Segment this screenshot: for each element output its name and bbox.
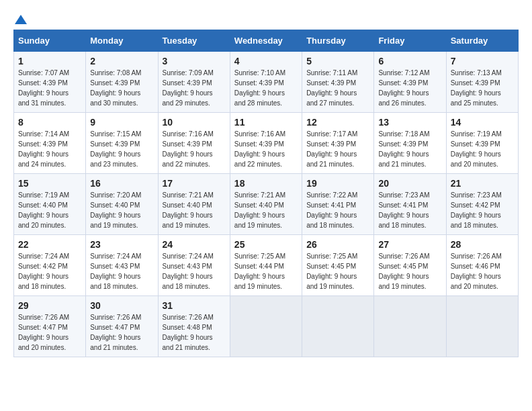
logo-icon — [15, 13, 27, 26]
calendar-cell: 2 Sunrise: 7:08 AMSunset: 4:39 PMDayligh… — [86, 52, 158, 113]
calendar-cell: 27 Sunrise: 7:26 AMSunset: 4:45 PMDaylig… — [374, 235, 446, 296]
calendar-header-wednesday: Wednesday — [230, 30, 302, 52]
day-detail: Sunrise: 7:17 AMSunset: 4:39 PMDaylight:… — [306, 130, 357, 168]
calendar-cell: 13 Sunrise: 7:18 AMSunset: 4:39 PMDaylig… — [374, 113, 446, 174]
calendar-cell — [302, 296, 374, 357]
calendar-cell: 19 Sunrise: 7:22 AMSunset: 4:41 PMDaylig… — [302, 174, 374, 235]
day-detail: Sunrise: 7:19 AMSunset: 4:40 PMDaylight:… — [18, 191, 69, 229]
calendar-cell: 21 Sunrise: 7:23 AMSunset: 4:42 PMDaylig… — [446, 174, 518, 235]
calendar-header-row: SundayMondayTuesdayWednesdayThursdayFrid… — [14, 30, 519, 52]
calendar-cell — [374, 296, 446, 357]
day-detail: Sunrise: 7:20 AMSunset: 4:40 PMDaylight:… — [90, 191, 141, 229]
calendar-cell: 26 Sunrise: 7:25 AMSunset: 4:45 PMDaylig… — [302, 235, 374, 296]
calendar-cell: 18 Sunrise: 7:21 AMSunset: 4:40 PMDaylig… — [230, 174, 302, 235]
day-number: 1 — [18, 56, 81, 66]
day-number: 2 — [90, 56, 153, 66]
day-detail: Sunrise: 7:16 AMSunset: 4:39 PMDaylight:… — [163, 130, 214, 168]
day-detail: Sunrise: 7:26 AMSunset: 4:48 PMDaylight:… — [163, 314, 214, 351]
day-detail: Sunrise: 7:15 AMSunset: 4:39 PMDaylight:… — [90, 130, 141, 168]
day-number: 9 — [90, 117, 153, 128]
day-number: 26 — [306, 239, 369, 250]
day-detail: Sunrise: 7:26 AMSunset: 4:45 PMDaylight:… — [378, 253, 429, 290]
day-number: 5 — [306, 56, 369, 66]
calendar-cell: 14 Sunrise: 7:19 AMSunset: 4:39 PMDaylig… — [446, 113, 518, 174]
calendar-header-thursday: Thursday — [302, 30, 374, 52]
calendar-cell: 6 Sunrise: 7:12 AMSunset: 4:39 PMDayligh… — [374, 52, 446, 113]
calendar-cell: 24 Sunrise: 7:24 AMSunset: 4:43 PMDaylig… — [158, 235, 230, 296]
day-number: 14 — [451, 117, 514, 128]
calendar-week-row: 1 Sunrise: 7:07 AMSunset: 4:39 PMDayligh… — [14, 52, 519, 113]
calendar-cell: 23 Sunrise: 7:24 AMSunset: 4:43 PMDaylig… — [86, 235, 158, 296]
calendar-cell: 31 Sunrise: 7:26 AMSunset: 4:48 PMDaylig… — [158, 296, 230, 357]
day-detail: Sunrise: 7:14 AMSunset: 4:39 PMDaylight:… — [18, 130, 69, 168]
day-detail: Sunrise: 7:21 AMSunset: 4:40 PMDaylight:… — [163, 191, 214, 229]
day-number: 13 — [378, 117, 441, 128]
day-number: 18 — [234, 178, 298, 189]
day-detail: Sunrise: 7:22 AMSunset: 4:41 PMDaylight:… — [306, 191, 357, 229]
day-number: 7 — [451, 56, 514, 66]
calendar-week-row: 22 Sunrise: 7:24 AMSunset: 4:42 PMDaylig… — [14, 235, 519, 296]
calendar-cell: 11 Sunrise: 7:16 AMSunset: 4:39 PMDaylig… — [230, 113, 302, 174]
day-number: 4 — [234, 56, 298, 66]
day-number: 6 — [378, 56, 441, 66]
calendar-week-row: 8 Sunrise: 7:14 AMSunset: 4:39 PMDayligh… — [14, 113, 519, 174]
day-detail: Sunrise: 7:26 AMSunset: 4:47 PMDaylight:… — [90, 314, 141, 351]
day-detail: Sunrise: 7:25 AMSunset: 4:44 PMDaylight:… — [234, 253, 285, 290]
calendar-cell: 15 Sunrise: 7:19 AMSunset: 4:40 PMDaylig… — [14, 174, 86, 235]
day-number: 28 — [451, 239, 514, 250]
calendar-week-row: 15 Sunrise: 7:19 AMSunset: 4:40 PMDaylig… — [14, 174, 519, 235]
day-detail: Sunrise: 7:10 AMSunset: 4:39 PMDaylight:… — [234, 69, 285, 107]
calendar-cell: 29 Sunrise: 7:26 AMSunset: 4:47 PMDaylig… — [14, 296, 86, 357]
day-number: 15 — [18, 178, 81, 189]
day-detail: Sunrise: 7:24 AMSunset: 4:43 PMDaylight:… — [163, 253, 214, 290]
day-detail: Sunrise: 7:07 AMSunset: 4:39 PMDaylight:… — [18, 69, 69, 107]
day-number: 17 — [163, 178, 226, 189]
calendar-header-monday: Monday — [86, 30, 158, 52]
day-detail: Sunrise: 7:08 AMSunset: 4:39 PMDaylight:… — [90, 69, 141, 107]
day-detail: Sunrise: 7:21 AMSunset: 4:40 PMDaylight:… — [234, 191, 285, 229]
day-number: 10 — [163, 117, 226, 128]
calendar-cell: 22 Sunrise: 7:24 AMSunset: 4:42 PMDaylig… — [14, 235, 86, 296]
day-number: 12 — [306, 117, 369, 128]
day-number: 30 — [90, 300, 153, 311]
day-detail: Sunrise: 7:23 AMSunset: 4:41 PMDaylight:… — [378, 191, 429, 229]
day-number: 31 — [163, 300, 226, 311]
calendar-cell: 12 Sunrise: 7:17 AMSunset: 4:39 PMDaylig… — [302, 113, 374, 174]
day-detail: Sunrise: 7:24 AMSunset: 4:43 PMDaylight:… — [90, 253, 141, 290]
day-detail: Sunrise: 7:26 AMSunset: 4:47 PMDaylight:… — [18, 314, 69, 351]
calendar-cell: 4 Sunrise: 7:10 AMSunset: 4:39 PMDayligh… — [230, 52, 302, 113]
day-number: 19 — [306, 178, 369, 189]
day-detail: Sunrise: 7:25 AMSunset: 4:45 PMDaylight:… — [306, 253, 357, 290]
calendar-cell: 3 Sunrise: 7:09 AMSunset: 4:39 PMDayligh… — [158, 52, 230, 113]
calendar-header-friday: Friday — [374, 30, 446, 52]
calendar-header-tuesday: Tuesday — [158, 30, 230, 52]
day-detail: Sunrise: 7:11 AMSunset: 4:39 PMDaylight:… — [306, 69, 357, 107]
calendar-cell: 8 Sunrise: 7:14 AMSunset: 4:39 PMDayligh… — [14, 113, 86, 174]
calendar-cell: 7 Sunrise: 7:13 AMSunset: 4:39 PMDayligh… — [446, 52, 518, 113]
day-detail: Sunrise: 7:23 AMSunset: 4:42 PMDaylight:… — [451, 191, 502, 229]
page-header — [13, 13, 519, 23]
calendar-cell: 20 Sunrise: 7:23 AMSunset: 4:41 PMDaylig… — [374, 174, 446, 235]
day-number: 20 — [378, 178, 441, 189]
calendar-header-saturday: Saturday — [446, 30, 518, 52]
calendar-cell: 9 Sunrise: 7:15 AMSunset: 4:39 PMDayligh… — [86, 113, 158, 174]
day-number: 21 — [451, 178, 514, 189]
day-number: 29 — [18, 300, 81, 311]
day-number: 23 — [90, 239, 153, 250]
day-detail: Sunrise: 7:12 AMSunset: 4:39 PMDaylight:… — [378, 69, 429, 107]
day-detail: Sunrise: 7:26 AMSunset: 4:46 PMDaylight:… — [451, 253, 502, 290]
day-number: 24 — [163, 239, 226, 250]
calendar-week-row: 29 Sunrise: 7:26 AMSunset: 4:47 PMDaylig… — [14, 296, 519, 357]
day-detail: Sunrise: 7:24 AMSunset: 4:42 PMDaylight:… — [18, 253, 69, 290]
svg-marker-0 — [15, 15, 27, 24]
calendar-cell — [230, 296, 302, 357]
logo — [13, 13, 27, 23]
calendar-cell: 5 Sunrise: 7:11 AMSunset: 4:39 PMDayligh… — [302, 52, 374, 113]
day-detail: Sunrise: 7:19 AMSunset: 4:39 PMDaylight:… — [451, 130, 502, 168]
calendar-cell: 10 Sunrise: 7:16 AMSunset: 4:39 PMDaylig… — [158, 113, 230, 174]
calendar-cell: 28 Sunrise: 7:26 AMSunset: 4:46 PMDaylig… — [446, 235, 518, 296]
calendar-table: SundayMondayTuesdayWednesdayThursdayFrid… — [13, 30, 519, 357]
calendar-header-sunday: Sunday — [14, 30, 86, 52]
day-detail: Sunrise: 7:18 AMSunset: 4:39 PMDaylight:… — [378, 130, 429, 168]
day-number: 3 — [163, 56, 226, 66]
